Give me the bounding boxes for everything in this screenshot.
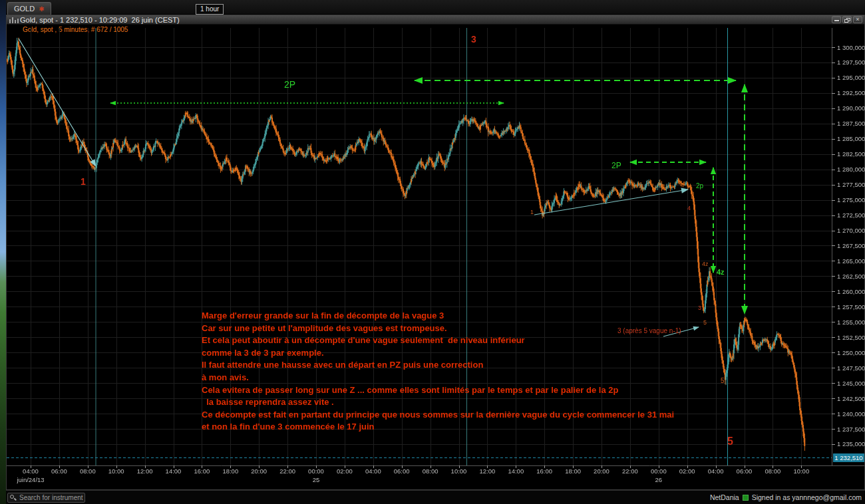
analysis-note-line: à mon avis. — [202, 372, 249, 382]
price-axis-label: 1 282,500 — [837, 150, 865, 158]
analysis-note-line: Cela evitera de passer long sur une Z ..… — [202, 385, 618, 395]
time-axis-label: 22:00 — [274, 467, 301, 475]
wave-label: 1 — [530, 209, 534, 215]
time-axis-label: 16:00 — [531, 467, 558, 475]
wave-label: 2P — [611, 162, 621, 170]
analysis-note-line: Et cela peut aboutir à un décompte d'une… — [202, 335, 525, 345]
price-axis-label: 1 242,500 — [837, 395, 865, 402]
wave-label: 2P — [284, 80, 295, 89]
time-axis-label: 10:00 — [788, 467, 814, 475]
time-axis-label: 04:00 — [17, 467, 44, 475]
time-axis-label: 20:00 — [588, 467, 615, 475]
analysis-note-line: comme la 3 de 3 par exemple. — [202, 348, 324, 358]
price-axis-label: 1 267,500 — [837, 242, 865, 249]
price-axis-label: 1 235,000 — [837, 440, 865, 447]
price-axis-label: 1 270,000 — [837, 227, 865, 234]
wave-label: 2p — [696, 183, 703, 189]
price-axis-label: 1 255,000 — [837, 318, 865, 326]
time-axis-label: 16:00 — [188, 467, 215, 475]
price-axis-label: 1 265,000 — [837, 257, 865, 265]
price-chart-canvas[interactable] — [0, 0, 865, 504]
time-axis-label: 06:00 — [46, 467, 73, 475]
time-axis-label: 20:00 — [246, 467, 272, 475]
analysis-note-line: Car sur une petite ut l'amplitude des va… — [202, 323, 447, 333]
time-axis-label: 12:00 — [132, 467, 158, 475]
wave-label: 3 — [698, 305, 701, 311]
price-axis-label: 1 297,500 — [837, 59, 865, 66]
date-axis-label: juin/24/13 — [7, 476, 54, 483]
time-axis-label: 14:00 — [160, 467, 187, 475]
time-axis-label: 18:00 — [217, 467, 244, 475]
time-axis-label: 06:00 — [731, 467, 758, 475]
current-price-badge: 1 232,510 — [833, 453, 864, 462]
price-axis-label: 1 277,500 — [837, 181, 865, 188]
wave-label: 5 — [703, 320, 707, 326]
wave-label: 5 — [727, 436, 733, 447]
analysis-note-line: et non la fin d'une 3 commencée le 17 ju… — [202, 422, 375, 432]
price-axis-label: 1 300,000 — [837, 44, 865, 51]
analysis-note-line: la baisse reprendra assez vite . — [202, 397, 334, 407]
time-axis-label: 10:00 — [446, 467, 472, 475]
analysis-note-line: Il faut attendre une hausse avec un dépa… — [202, 360, 483, 370]
time-axis-label: 04:00 — [703, 467, 729, 475]
time-axis-label: 18:00 — [560, 467, 586, 475]
time-axis-label: 04:00 — [360, 467, 387, 475]
wave-label: 3 (après 5 vague n-1) — [617, 328, 681, 334]
wave-label: 5 — [721, 378, 725, 384]
price-axis-label: 1 287,500 — [837, 120, 865, 127]
price-axis-label: 1 250,000 — [837, 349, 865, 356]
time-axis-label: 00:00 — [645, 467, 672, 475]
analysis-note-line: Marge d'erreur grande sur la fin de déco… — [202, 311, 444, 320]
time-axis-label: 08:00 — [75, 467, 101, 475]
date-axis-label: 26 — [635, 476, 682, 483]
wave-label: 4z — [717, 269, 725, 276]
wave-label: 1 — [81, 177, 86, 186]
price-axis-label: 1 295,000 — [837, 74, 865, 81]
price-axis-label: 1 247,500 — [837, 364, 865, 372]
time-axis-label: 00:00 — [303, 467, 329, 475]
wave-label: 4z — [702, 261, 709, 267]
wave-label: 3 — [471, 35, 476, 44]
price-axis-label: 1 245,000 — [837, 380, 865, 387]
price-axis-label: 1 262,500 — [837, 273, 865, 280]
wave-label: 4 — [687, 205, 691, 211]
time-axis-label: 02:00 — [674, 467, 701, 475]
price-axis-label: 1 252,500 — [837, 334, 865, 341]
date-axis-label: 25 — [293, 476, 339, 483]
price-axis-label: 1 260,000 — [837, 288, 865, 295]
price-axis-label: 1 240,000 — [837, 410, 865, 418]
time-axis-label: 02:00 — [331, 467, 358, 475]
time-axis-label: 22:00 — [617, 467, 643, 475]
price-axis-label: 1 275,000 — [837, 196, 865, 203]
price-axis-label: 1 257,500 — [837, 303, 865, 311]
price-axis-label: 1 285,000 — [837, 135, 865, 142]
analysis-note-line: Ce décompte est fait en partant du princ… — [202, 410, 674, 420]
time-axis-label: 08:00 — [759, 467, 786, 475]
interval-tooltip: 1 hour — [196, 4, 224, 15]
time-axis-label: 06:00 — [389, 467, 415, 475]
time-axis-label: 12:00 — [474, 467, 500, 475]
time-axis-label: 08:00 — [417, 467, 444, 475]
price-axis-label: 1 292,500 — [837, 89, 865, 96]
time-axis-label: 10:00 — [103, 467, 130, 475]
price-axis-label: 1 237,500 — [837, 426, 865, 433]
price-axis-label: 1 272,500 — [837, 211, 865, 219]
price-axis-label: 1 280,000 — [837, 166, 865, 173]
price-axis-label: 1 290,000 — [837, 104, 865, 112]
time-axis-label: 14:00 — [502, 467, 529, 475]
